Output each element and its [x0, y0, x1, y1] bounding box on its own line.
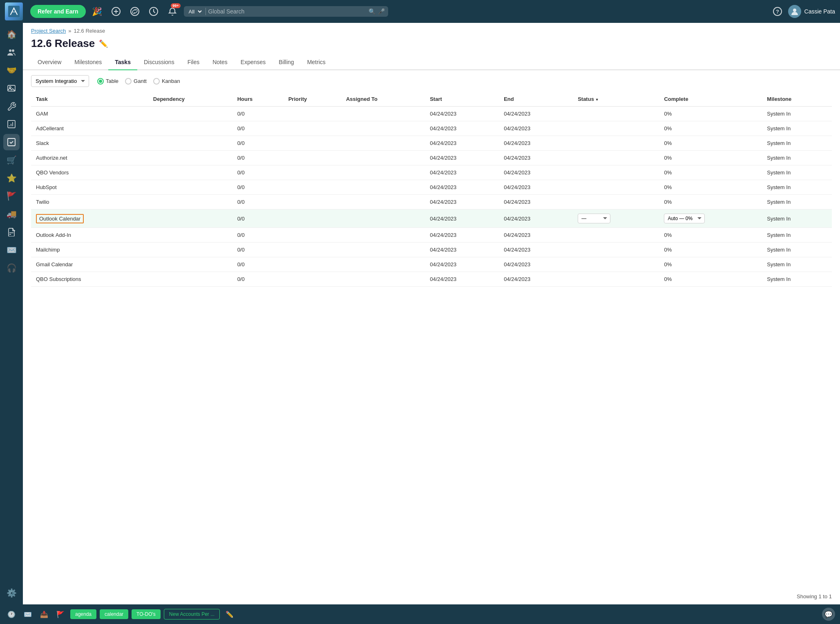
start-cell: 04/24/2023	[425, 165, 499, 180]
complete-cell[interactable]: Auto — 0%	[659, 209, 762, 228]
table-row[interactable]: Gmail Calendar0/004/24/202304/24/20230%S…	[31, 257, 832, 272]
sidebar-item-clients[interactable]: 🤝	[3, 62, 20, 78]
sidebar-item-tools[interactable]	[3, 98, 20, 114]
view-option-gantt[interactable]: Gantt	[125, 78, 147, 85]
col-dependency: Dependency	[148, 92, 232, 107]
complete-dropdown[interactable]: Auto — 0%	[664, 214, 705, 223]
dependency-cell	[148, 180, 232, 195]
tab-discussions[interactable]: Discussions	[137, 55, 181, 70]
bottom-mail-icon[interactable]: ✉️	[21, 608, 34, 621]
showing-text: Showing 1 to 1	[23, 588, 840, 604]
sidebar-item-favorites[interactable]: ⭐	[3, 170, 20, 186]
view-option-kanban[interactable]: Kanban	[153, 78, 180, 85]
table-row[interactable]: Outlook Calendar0/004/24/202304/24/2023—…	[31, 209, 832, 228]
tab-milestones[interactable]: Milestones	[68, 55, 108, 70]
breadcrumb-project-search-link[interactable]: Project Search	[31, 28, 66, 34]
bottom-tab-calendar[interactable]: calendar	[100, 609, 128, 619]
sidebar-item-people[interactable]	[3, 44, 20, 60]
dependency-cell	[148, 151, 232, 165]
table-row[interactable]: GAM0/004/24/202304/24/20230%System In	[31, 107, 832, 121]
end-cell: 04/24/2023	[499, 165, 573, 180]
bottom-flag-icon[interactable]: 🚩	[54, 608, 67, 621]
bottom-tab-todos[interactable]: TO-DO's	[132, 609, 161, 619]
status-cell	[573, 121, 659, 136]
assigned-cell	[341, 121, 425, 136]
assigned-cell	[341, 257, 425, 272]
sidebar-item-reports[interactable]	[3, 116, 20, 132]
table-row[interactable]: HubSpot0/004/24/202304/24/20230%System I…	[31, 180, 832, 195]
table-row[interactable]: Slack0/004/24/202304/24/20230%System In	[31, 136, 832, 151]
priority-cell	[284, 107, 341, 121]
notification-badge: 99+	[171, 3, 180, 8]
sidebar-item-settings[interactable]: ⚙️	[3, 585, 20, 601]
col-status[interactable]: Status	[573, 92, 659, 107]
mic-icon[interactable]: 🎤	[378, 8, 385, 15]
priority-cell	[284, 195, 341, 209]
party-icon-button[interactable]: 🎉	[90, 4, 105, 19]
sidebar-item-flags[interactable]: 🚩	[3, 188, 20, 204]
col-end: End	[499, 92, 573, 107]
bottom-tab-new-accounts[interactable]: New Accounts Per ...	[164, 609, 220, 620]
svg-rect-11	[8, 120, 15, 128]
bottom-inbox-icon[interactable]: 📥	[38, 608, 51, 621]
table-row[interactable]: QBO Subscriptions0/004/24/202304/24/2023…	[31, 272, 832, 287]
status-cell[interactable]: —	[573, 209, 659, 228]
bottom-clock-icon[interactable]: 🕐	[5, 608, 18, 621]
assigned-cell	[341, 228, 425, 243]
table-row[interactable]: Authorize.net0/004/24/202304/24/20230%Sy…	[31, 151, 832, 165]
dependency-cell	[148, 209, 232, 228]
history-icon-button[interactable]	[146, 4, 161, 19]
view-option-table[interactable]: Table	[97, 78, 118, 85]
bottom-tab-agenda[interactable]: agenda	[70, 609, 96, 619]
sidebar-item-gallery[interactable]	[3, 80, 20, 96]
global-search-input[interactable]	[208, 8, 366, 15]
table-row[interactable]: Outlook Add-In0/004/24/202304/24/20230%S…	[31, 228, 832, 243]
sidebar-item-delivery[interactable]: 🚚	[3, 206, 20, 222]
end-cell: 04/24/2023	[499, 243, 573, 257]
sidebar-item-cart[interactable]: 🛒	[3, 152, 20, 168]
add-icon-button[interactable]	[109, 4, 123, 19]
help-icon-button[interactable]: ?	[770, 4, 785, 19]
table-row[interactable]: Twilio0/004/24/202304/24/20230%System In	[31, 195, 832, 209]
assigned-cell	[341, 136, 425, 151]
tab-tasks[interactable]: Tasks	[108, 55, 137, 70]
bottom-chat-icon[interactable]: 💬	[822, 608, 835, 621]
search-filter-select[interactable]: All	[187, 8, 203, 15]
sidebar-item-mail[interactable]: ✉️	[3, 242, 20, 258]
table-row[interactable]: AdCellerant0/004/24/202304/24/20230%Syst…	[31, 121, 832, 136]
end-cell: 04/24/2023	[499, 257, 573, 272]
tab-files[interactable]: Files	[181, 55, 206, 70]
edit-title-icon[interactable]: ✏️	[99, 39, 108, 48]
status-dropdown[interactable]: —	[578, 214, 610, 223]
assigned-cell	[341, 243, 425, 257]
notification-icon-button[interactable]: 99+	[165, 4, 180, 19]
col-milestone: Milestone	[762, 92, 832, 107]
tab-billing[interactable]: Billing	[272, 55, 300, 70]
table-row[interactable]: Mailchimp0/004/24/202304/24/20230%System…	[31, 243, 832, 257]
user-avatar[interactable]	[788, 5, 801, 18]
sidebar-item-tasks[interactable]	[3, 134, 20, 150]
assigned-cell	[341, 195, 425, 209]
col-priority: Priority	[284, 92, 341, 107]
table-row[interactable]: QBO Vendors0/004/24/202304/24/20230%Syst…	[31, 165, 832, 180]
sidebar-item-home[interactable]: 🏠	[3, 26, 20, 42]
hours-cell: 0/0	[232, 272, 284, 287]
milestone-cell: System In	[762, 195, 832, 209]
radio-table	[97, 78, 104, 85]
tab-notes[interactable]: Notes	[206, 55, 234, 70]
refer-earn-button[interactable]: Refer and Earn	[30, 5, 86, 18]
sidebar-item-documents[interactable]	[3, 224, 20, 240]
complete-cell: 0%	[659, 151, 762, 165]
status-cell	[573, 272, 659, 287]
status-cell	[573, 228, 659, 243]
task-cell: QBO Vendors	[31, 165, 148, 180]
link-icon-button[interactable]	[127, 4, 142, 19]
tab-metrics[interactable]: Metrics	[301, 55, 332, 70]
bottom-edit-icon[interactable]: ✏️	[223, 608, 236, 621]
logo-area	[5, 2, 23, 20]
tab-expenses[interactable]: Expenses	[234, 55, 272, 70]
sidebar-item-support[interactable]: 🎧	[3, 260, 20, 276]
milestone-filter-select[interactable]: System Integratio	[31, 75, 89, 87]
tab-overview[interactable]: Overview	[31, 55, 68, 70]
search-icon[interactable]: 🔍	[369, 8, 375, 15]
